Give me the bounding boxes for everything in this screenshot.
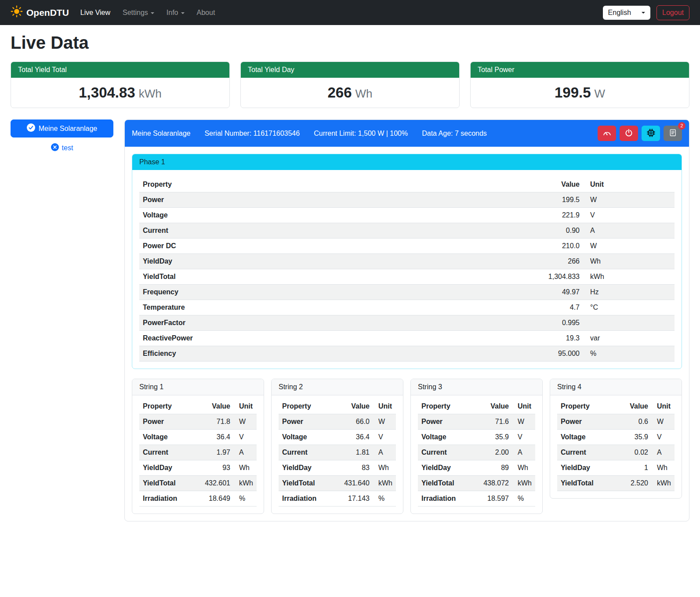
property-cell: YieldTotal: [557, 476, 619, 491]
power-settings-button[interactable]: [620, 126, 638, 141]
inverter-select-button[interactable]: Meine Solaranlage: [11, 119, 113, 137]
nav-settings[interactable]: Settings: [123, 9, 154, 17]
event-log-button[interactable]: 2: [664, 126, 682, 141]
card-title: Total Yield Total: [11, 62, 229, 78]
unit-cell: Wh: [652, 460, 675, 476]
brand-logo[interactable]: OpenDTU: [11, 5, 69, 20]
property-cell: Current: [139, 223, 524, 239]
chevron-down-icon: [181, 12, 185, 14]
unit-cell: V: [652, 430, 675, 445]
string-3-card: String 3 PropertyValueUnit Power71.6W Vo…: [410, 379, 543, 514]
phase-table: Property Value Unit Power199.5W Voltage2…: [139, 177, 675, 362]
device-info-button[interactable]: [642, 126, 660, 141]
value-header: Value: [524, 177, 583, 192]
unit-cell: %: [583, 346, 675, 362]
value-cell: 2.520: [619, 476, 652, 491]
table-row: Irradiation18.649%: [139, 491, 257, 507]
summary-cards: Total Yield Total 1,304.83kWh Total Yiel…: [11, 62, 689, 108]
value-header: Value: [201, 399, 234, 414]
inverter-test-link[interactable]: test: [11, 143, 113, 153]
nav-live-view[interactable]: Live View: [80, 9, 110, 17]
string-table: PropertyValueUnit Power66.0W Voltage36.4…: [279, 399, 396, 507]
table-row: Temperature4.7°C: [139, 300, 675, 315]
unit-header: Unit: [373, 399, 396, 414]
unit-cell: Wh: [373, 460, 396, 476]
table-row: Current0.90A: [139, 223, 675, 239]
unit-cell: A: [583, 223, 675, 239]
string-title: String 4: [550, 379, 682, 395]
value-cell: 199.5: [524, 192, 583, 208]
property-cell: Voltage: [557, 430, 619, 445]
nav-info[interactable]: Info: [167, 9, 185, 17]
property-cell: Irradiation: [418, 491, 480, 507]
property-cell: Voltage: [279, 430, 341, 445]
property-cell: Voltage: [139, 208, 524, 223]
property-cell: YieldTotal: [279, 476, 341, 491]
property-cell: YieldDay: [279, 460, 341, 476]
table-row: Power199.5W: [139, 192, 675, 208]
table-row: Current2.00A: [418, 445, 535, 460]
navbar-right: English Logout: [603, 5, 689, 20]
serial-number: Serial Number: 116171603546: [204, 130, 300, 137]
nav-settings-label: Settings: [123, 9, 148, 16]
value-cell: 71.6: [480, 414, 512, 430]
unit-cell: W: [234, 414, 257, 430]
nav-info-label: Info: [167, 9, 178, 16]
value-cell: 83: [341, 460, 373, 476]
logout-button[interactable]: Logout: [656, 5, 689, 20]
property-cell: YieldDay: [139, 254, 524, 269]
property-header: Property: [279, 399, 341, 414]
table-row: YieldTotal2.520kWh: [557, 476, 675, 491]
string-table: PropertyValueUnit Power71.8W Voltage36.4…: [139, 399, 257, 507]
value-cell: 1.81: [341, 445, 373, 460]
value-cell: 95.000: [524, 346, 583, 362]
property-header: Property: [418, 399, 480, 414]
value-header: Value: [619, 399, 652, 414]
value-cell: 1: [619, 460, 652, 476]
main-nav: Live View Settings Info About: [80, 9, 215, 17]
unit-cell: kWh: [234, 476, 257, 491]
table-row: Current1.97A: [139, 445, 257, 460]
unit-cell: V: [373, 430, 396, 445]
value-cell: 1.97: [201, 445, 234, 460]
value-cell: 35.9: [619, 430, 652, 445]
limit-settings-button[interactable]: [598, 126, 616, 141]
string-table: PropertyValueUnit Power0.6W Voltage35.9V…: [557, 399, 675, 491]
speedometer-icon: [603, 129, 611, 138]
property-cell: Power: [139, 192, 524, 208]
chevron-down-icon: [151, 12, 154, 14]
table-row: Power71.6W: [418, 414, 535, 430]
nav-about[interactable]: About: [197, 9, 215, 17]
table-header-row: PropertyValueUnit: [139, 399, 257, 414]
unit-cell: %: [234, 491, 257, 507]
unit-cell: °C: [583, 300, 675, 315]
unit-cell: Wh: [583, 254, 675, 269]
property-cell: Power: [557, 414, 619, 430]
property-cell: YieldDay: [557, 460, 619, 476]
string-title: String 1: [132, 379, 264, 395]
property-cell: Power DC: [139, 239, 524, 254]
unit-cell: W: [583, 192, 675, 208]
property-cell: Power: [139, 414, 201, 430]
value-cell: 17.143: [341, 491, 373, 507]
property-cell: YieldTotal: [418, 476, 480, 491]
check-circle-icon: [27, 123, 35, 134]
phase-card: Phase 1 Property Value Unit: [132, 154, 682, 369]
property-cell: Voltage: [139, 430, 201, 445]
table-row: Voltage221.9V: [139, 208, 675, 223]
language-select[interactable]: English: [603, 6, 650, 20]
phase-title: Phase 1: [132, 154, 682, 170]
current-limit: Current Limit: 1,500 W | 100%: [314, 130, 408, 137]
string-1-card: String 1 PropertyValueUnit Power71.8W Vo…: [132, 379, 264, 514]
property-header: Property: [557, 399, 619, 414]
inverter-sidebar: Meine Solaranlage test: [11, 119, 113, 153]
value-cell: 18.597: [480, 491, 512, 507]
table-row: YieldDay83Wh: [279, 460, 396, 476]
table-row: Voltage35.9V: [557, 430, 675, 445]
table-row: YieldDay93Wh: [139, 460, 257, 476]
property-cell: Current: [279, 445, 341, 460]
table-row: Current0.02A: [557, 445, 675, 460]
property-cell: YieldDay: [139, 460, 201, 476]
property-cell: Irradiation: [279, 491, 341, 507]
strings-row: String 1 PropertyValueUnit Power71.8W Vo…: [132, 379, 682, 514]
